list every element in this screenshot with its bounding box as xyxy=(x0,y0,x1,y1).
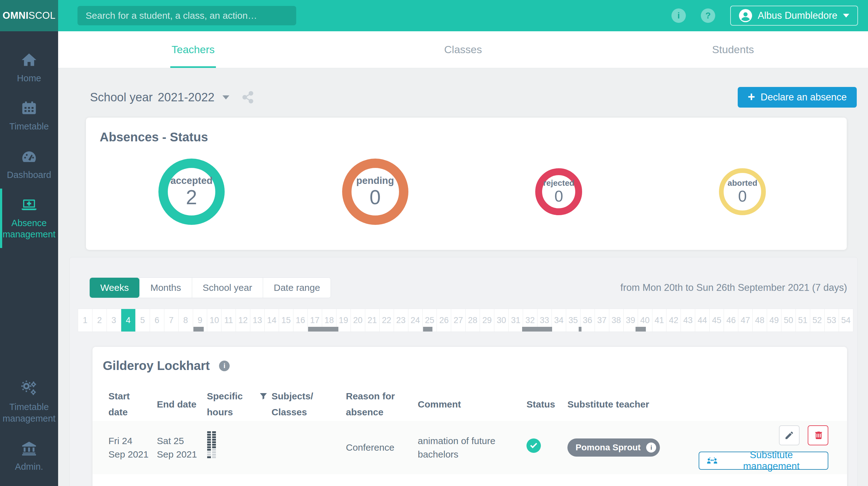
week-cell[interactable]: 48 xyxy=(752,309,767,332)
declare-absence-button[interactable]: + Declare an absence xyxy=(738,87,857,108)
week-cell[interactable]: 11 xyxy=(221,309,236,332)
week-cell[interactable]: 47 xyxy=(738,309,752,332)
week-cell[interactable]: 21 xyxy=(365,309,379,332)
sidebar-item-label: Timetable management xyxy=(2,401,55,424)
week-cell[interactable]: 1 xyxy=(78,309,92,332)
user-menu-button[interactable]: Albus Dumbledore xyxy=(730,6,858,26)
period-mode-weeks[interactable]: Weeks xyxy=(90,278,140,298)
period-mode-date-range[interactable]: Date range xyxy=(263,278,331,298)
week-cell[interactable]: 37 xyxy=(595,309,609,332)
col-specific-hours: Specific hours xyxy=(207,388,259,420)
week-cell[interactable]: 43 xyxy=(681,309,695,332)
col-substitute-teacher: Substitute teacher xyxy=(567,396,699,412)
week-cell[interactable]: 44 xyxy=(695,309,709,332)
week-cell[interactable]: 4 xyxy=(121,309,135,332)
delete-absence-button[interactable] xyxy=(808,425,828,445)
week-cell[interactable]: 13 xyxy=(250,309,264,332)
tab-teachers[interactable]: Teachers xyxy=(58,31,328,68)
week-cell[interactable]: 42 xyxy=(666,309,681,332)
logo[interactable]: OMNISCOL xyxy=(0,0,58,31)
week-cell[interactable]: 31 xyxy=(508,309,523,332)
week-cell[interactable]: 38 xyxy=(609,309,623,332)
tab-students[interactable]: Students xyxy=(598,31,868,68)
search-input[interactable] xyxy=(78,6,296,25)
sidebar-item-admin[interactable]: Admin. xyxy=(0,432,58,480)
week-cell[interactable]: 15 xyxy=(279,309,293,332)
specific-hours-icon[interactable] xyxy=(207,431,216,460)
substitute-info-icon[interactable]: i xyxy=(646,442,656,453)
substitute-teacher-badge[interactable]: Pomona Sprout i xyxy=(567,438,660,457)
sidebar-item-absence-management[interactable]: Absence management xyxy=(0,189,58,248)
edit-absence-button[interactable] xyxy=(779,425,800,445)
donut-aborted: aborted 0 xyxy=(719,168,766,215)
timeline-panel: Weeks Months School year Date range from… xyxy=(69,257,858,486)
teacher-name: Gilderoy Lockhart xyxy=(103,359,210,373)
donut-pending: pending 0 xyxy=(342,159,408,225)
week-cell[interactable]: 29 xyxy=(479,309,494,332)
cell-comment: animation of future bachelors xyxy=(418,434,526,461)
week-cell[interactable]: 45 xyxy=(709,309,724,332)
week-cell[interactable]: 14 xyxy=(264,309,279,332)
donut-accepted: accepted 2 xyxy=(158,159,225,225)
week-cell[interactable]: 20 xyxy=(350,309,365,332)
period-range-text: from Mon 20th to Sun 26th September 2021… xyxy=(621,282,847,293)
info-icon[interactable]: i xyxy=(672,8,686,23)
substitute-management-label: Substitute management xyxy=(722,450,820,472)
plus-icon: + xyxy=(748,90,755,103)
main-area: Teachers Classes Students School year 20… xyxy=(58,31,868,486)
substitute-management-button[interactable]: Substitute management xyxy=(699,452,828,470)
week-cell[interactable]: 6 xyxy=(150,309,164,332)
cell-specific-hours xyxy=(207,431,259,464)
col-subjects-classes[interactable]: Subjects/ Classes xyxy=(259,388,346,420)
logo-light: SCOL xyxy=(28,10,55,21)
week-cell[interactable]: 7 xyxy=(164,309,178,332)
week-cell[interactable]: 12 xyxy=(236,309,250,332)
cell-substitute-teacher: Pomona Sprout i xyxy=(567,438,699,457)
week-cell[interactable]: 53 xyxy=(824,309,839,332)
week-cell[interactable]: 22 xyxy=(379,309,394,332)
pencil-icon xyxy=(784,430,794,440)
week-cell[interactable]: 30 xyxy=(494,309,508,332)
row-action-buttons xyxy=(779,425,828,445)
teacher-info-icon[interactable]: i xyxy=(219,361,230,371)
week-cell[interactable]: 26 xyxy=(436,309,451,332)
teacher-absences-card: Gilderoy Lockhart i Start date End date … xyxy=(92,347,847,486)
donut-label: accepted xyxy=(170,175,213,187)
tab-classes[interactable]: Classes xyxy=(328,31,598,68)
sidebar-item-home[interactable]: Home xyxy=(0,44,58,92)
sidebar-item-timetable-management[interactable]: Timetable management xyxy=(0,372,58,432)
trash-icon xyxy=(813,430,823,440)
week-cell[interactable]: 5 xyxy=(135,309,150,332)
week-cell[interactable]: 54 xyxy=(839,309,853,332)
week-cell[interactable]: 16 xyxy=(293,309,307,332)
week-cell[interactable]: 10 xyxy=(207,309,221,332)
help-icon[interactable]: ? xyxy=(701,8,715,23)
week-cell[interactable]: 51 xyxy=(796,309,810,332)
week-cell[interactable]: 36 xyxy=(580,309,595,332)
school-year-value: 2021-2022 xyxy=(158,91,215,104)
week-cell[interactable]: 2 xyxy=(92,309,106,332)
period-mode-months[interactable]: Months xyxy=(140,278,191,298)
period-mode-school-year[interactable]: School year xyxy=(192,278,263,298)
week-cell[interactable]: 50 xyxy=(781,309,796,332)
week-cell[interactable]: 41 xyxy=(652,309,666,332)
sidebar-item-timetable[interactable]: Timetable xyxy=(0,92,58,140)
share-icon[interactable] xyxy=(242,91,254,104)
week-cell[interactable]: 23 xyxy=(394,309,408,332)
week-cell[interactable]: 46 xyxy=(724,309,738,332)
week-cell[interactable]: 28 xyxy=(465,309,479,332)
sidebar-item-dashboard[interactable]: Dashboard xyxy=(0,140,58,189)
week-cell[interactable]: 52 xyxy=(810,309,824,332)
week-cell[interactable]: 24 xyxy=(408,309,423,332)
week-cell[interactable]: 3 xyxy=(106,309,121,332)
week-cell[interactable]: 27 xyxy=(451,309,465,332)
absence-duration-bar xyxy=(522,327,552,332)
school-year-select[interactable]: School year 2021-2022 xyxy=(90,91,229,104)
week-cell[interactable]: 8 xyxy=(178,309,193,332)
absence-duration-bar xyxy=(193,327,204,332)
week-cell[interactable]: 34 xyxy=(552,309,566,332)
week-cell[interactable]: 35 xyxy=(566,309,580,332)
col-start-date: Start date xyxy=(108,388,157,420)
absence-duration-bar xyxy=(308,327,338,332)
week-cell[interactable]: 49 xyxy=(767,309,781,332)
